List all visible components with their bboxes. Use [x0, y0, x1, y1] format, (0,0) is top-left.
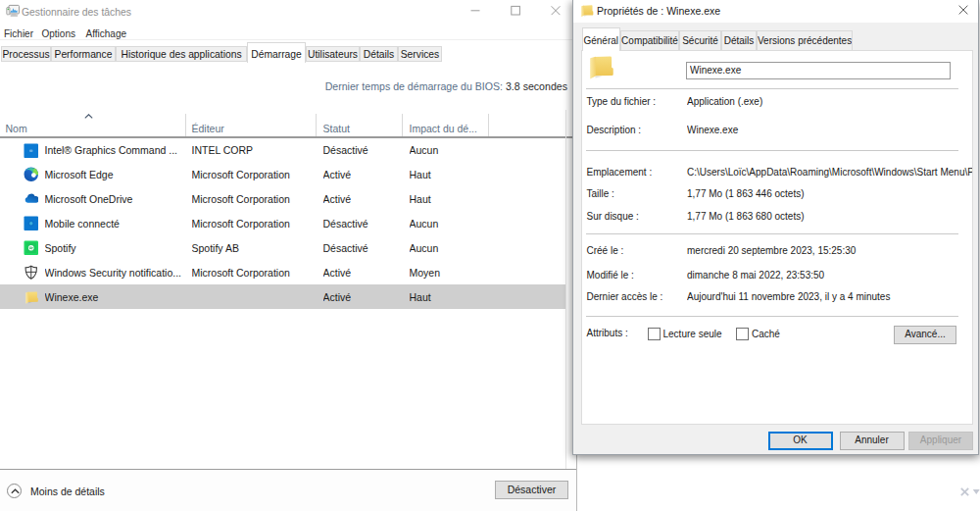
column-separator[interactable] — [185, 114, 186, 137]
field-label: Créé le : — [587, 245, 624, 256]
cell-name: Intel® Graphics Command ... — [45, 138, 184, 163]
field-label: Type du fichier : — [587, 96, 657, 107]
phone-icon — [24, 216, 39, 231]
column-header[interactable]: Impact du dé... — [410, 123, 477, 134]
column-separator[interactable] — [488, 114, 489, 137]
field-value: Winexe.exe — [687, 125, 972, 135]
cell-impact: Aucun — [410, 212, 486, 236]
close-icon[interactable] — [956, 3, 970, 17]
column-header[interactable]: Éditeur — [192, 123, 224, 134]
background-dropdown-icon[interactable] — [972, 488, 980, 495]
taskman-tab-processus[interactable]: Processus — [1, 46, 51, 63]
taskman-tab-services[interactable]: Services — [398, 46, 442, 63]
field-label: Dernier accès le : — [587, 291, 663, 302]
dialog-tab-d-tails[interactable]: Détails — [721, 30, 757, 51]
group-separator — [586, 233, 958, 234]
menu-options[interactable]: Options — [42, 28, 75, 39]
hidden-checkbox[interactable] — [736, 328, 749, 340]
taskman-tab-utilisateurs[interactable]: Utilisateurs — [306, 46, 360, 63]
taskman-tab-d-tails[interactable]: Détails — [360, 46, 398, 63]
table-row[interactable]: SpotifySpotify ABDésactivéAucun — [0, 235, 565, 260]
table-row[interactable]: Microsoft OneDriveMicrosoft CorporationA… — [0, 187, 565, 212]
column-header[interactable]: Statut — [323, 123, 350, 134]
column-separator[interactable] — [316, 114, 317, 137]
cell-impact: Aucun — [410, 138, 486, 163]
field-value: mercredi 20 septembre 2023, 15:25:30 — [687, 245, 972, 256]
close-button[interactable] — [541, 0, 570, 22]
cell-impact: Aucun — [410, 235, 486, 260]
cell-name: Microsoft OneDrive — [45, 187, 184, 212]
cell-impact: Haut — [410, 187, 486, 212]
column-header[interactable]: Nom — [6, 123, 27, 134]
dialog-tab-versions-pr-c-dentes[interactable]: Versions précédentes — [757, 30, 853, 51]
cell-publisher: Spotify AB — [192, 235, 315, 260]
onedrive-icon — [24, 191, 39, 207]
cell-impact: Haut — [410, 284, 486, 309]
taskman-tab-performance[interactable]: Performance — [51, 46, 116, 63]
menubar-separator — [0, 39, 576, 40]
folder-icon — [586, 52, 614, 80]
cell-publisher: Microsoft Corporation — [192, 260, 315, 284]
menu-affichage[interactable]: Affichage — [86, 28, 127, 39]
folder-icon — [24, 289, 39, 305]
dialog-tab-g-n-ral[interactable]: Général — [582, 27, 621, 51]
minimize-button[interactable] — [461, 0, 490, 22]
field-value: 1,77 Mo (1 863 446 octets) — [687, 188, 972, 199]
fewer-details-toggle[interactable]: Moins de détails — [7, 483, 105, 500]
group-separator — [586, 316, 958, 317]
group-separator — [586, 150, 958, 151]
cell-status: Activé — [323, 260, 400, 284]
disable-button[interactable]: Désactiver — [495, 481, 568, 499]
column-separator[interactable] — [402, 114, 403, 137]
maximize-button[interactable] — [501, 0, 530, 22]
task-manager-app-icon — [6, 4, 20, 18]
field-label: Taille : — [587, 188, 614, 199]
field-label: Description : — [587, 125, 642, 135]
cell-status: Désactivé — [323, 138, 400, 163]
chevron-up-icon[interactable] — [84, 113, 93, 120]
readonly-checkbox[interactable] — [648, 328, 661, 340]
dialog-tab-compatibilit-[interactable]: Compatibilité — [620, 30, 679, 51]
intel-icon — [24, 143, 39, 159]
attributes-label: Attributs : — [587, 328, 628, 338]
table-row[interactable]: Intel® Graphics Command ...INTEL CORPDés… — [0, 138, 565, 163]
cell-impact: Moyen — [410, 260, 486, 284]
shield-icon — [24, 265, 39, 281]
table-row[interactable]: Microsoft EdgeMicrosoft CorporationActiv… — [0, 163, 565, 187]
filename-input[interactable] — [686, 62, 951, 79]
hidden-label: Caché — [752, 329, 780, 339]
taskman-titlebar: Gestionnaire des tâches — [0, 0, 576, 26]
table-row[interactable]: Winexe.exeActivéHaut — [0, 284, 565, 309]
cell-status: Activé — [323, 284, 400, 309]
cell-name: Mobile connecté — [45, 212, 184, 236]
cell-publisher: Microsoft Corporation — [192, 187, 315, 212]
fewer-details-label: Moins de détails — [30, 485, 105, 497]
field-value: 1,77 Mo (1 863 680 octets) — [687, 211, 972, 222]
cell-publisher: Microsoft Corporation — [192, 212, 315, 236]
background-close-icon[interactable] — [959, 486, 970, 497]
cell-publisher — [192, 284, 315, 309]
taskman-tab-historique-des-applications[interactable]: Historique des applications — [116, 46, 247, 63]
cell-name: Microsoft Edge — [45, 163, 184, 187]
advanced-button[interactable]: Avancé... — [894, 326, 956, 344]
bios-value: 3.8 secondes — [506, 80, 567, 92]
table-row[interactable]: Windows Security notificatio...Microsoft… — [0, 260, 565, 284]
table-row[interactable]: Mobile connectéMicrosoft CorporationDésa… — [0, 212, 565, 236]
cell-name: Windows Security notificatio... — [45, 260, 184, 284]
taskman-tab-d-marrage[interactable]: Démarrage — [247, 42, 306, 63]
readonly-label: Lecture seule — [663, 329, 722, 339]
folder-icon — [579, 3, 594, 18]
field-value: C:\Users\Loïc\AppData\Roaming\Microsoft\… — [687, 167, 972, 178]
field-label: Emplacement : — [587, 167, 653, 178]
cancel-button[interactable]: Annuler — [840, 432, 905, 450]
ok-button[interactable]: OK — [768, 432, 833, 450]
edge-icon — [24, 167, 39, 182]
menu-fichier[interactable]: Fichier — [4, 28, 33, 39]
cell-status: Désactivé — [323, 235, 400, 260]
cell-name: Spotify — [45, 235, 184, 260]
field-value: Application (.exe) — [687, 96, 972, 107]
field-value: Aujourd'hui 11 novembre 2023, il y a 4 m… — [687, 291, 972, 302]
taskman-footer: Moins de détails Désactiver — [0, 469, 576, 511]
dialog-tab-s-curit-[interactable]: Sécurité — [679, 30, 721, 51]
chevron-up-circle-icon — [7, 484, 22, 498]
